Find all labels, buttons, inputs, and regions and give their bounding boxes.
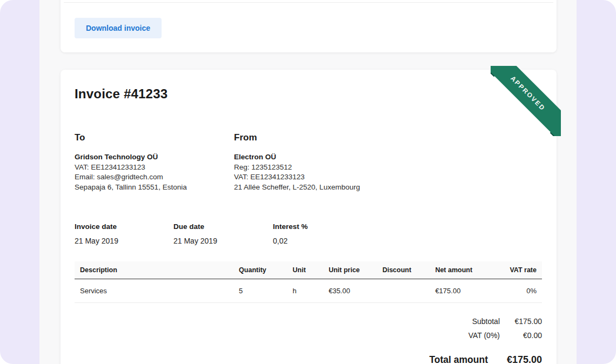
- due-date-value: 21 May 2019: [173, 237, 273, 245]
- party-from: From Electron OÜ Reg: 1235123512 VAT: EE…: [234, 132, 542, 192]
- vat-row: VAT (0%) €0.00: [75, 331, 542, 340]
- to-company-name: Gridson Technology OÜ: [75, 152, 234, 163]
- download-card: Download invoice: [61, 0, 557, 52]
- subtotal-row: Subtotal €175.00: [75, 317, 542, 326]
- invoice-date-field: Invoice date 21 May 2019: [75, 223, 173, 245]
- from-address-line: 21 Allée Scheffer, L-2520, Luxembourg: [234, 183, 542, 193]
- to-vat-line: VAT: EE12341233123: [75, 163, 234, 173]
- from-company-name: Electron OÜ: [234, 152, 542, 163]
- totals-section: Subtotal €175.00 VAT (0%) €0.00 Total am…: [75, 317, 542, 364]
- cell-quantity: 5: [233, 279, 287, 303]
- invoice-meta-section: Invoice date 21 May 2019 Due date 21 May…: [75, 223, 542, 245]
- to-email-line: Email: sales@gridtech.com: [75, 172, 234, 183]
- from-reg-line: Reg: 1235123512: [234, 163, 542, 173]
- header-description: Description: [75, 261, 233, 279]
- cell-net-amount: €175.00: [430, 279, 488, 303]
- interest-label: Interest %: [273, 223, 542, 231]
- total-amount-label: Total amount: [429, 354, 488, 364]
- cell-unit-price: €35.00: [323, 279, 377, 303]
- card-divider: [64, 2, 553, 3]
- vat-label: VAT (0%): [468, 331, 500, 340]
- cell-description: Services: [75, 279, 233, 303]
- table-row: Services 5 h €35.00 €175.00 0%: [75, 279, 542, 303]
- interest-value: 0,02: [273, 237, 542, 245]
- total-amount-value: €175.00: [488, 354, 542, 364]
- header-net-amount: Net amount: [430, 261, 488, 279]
- from-vat-line: VAT: EE12341233123: [234, 172, 542, 183]
- cell-vat-rate: 0%: [488, 279, 543, 303]
- cell-discount: [377, 279, 430, 303]
- header-quantity: Quantity: [233, 261, 287, 279]
- app-background: Download invoice APPROVED Invoice #41233…: [0, 0, 616, 364]
- party-to: To Gridson Technology OÜ VAT: EE12341233…: [75, 132, 234, 192]
- to-address-line: Sepapaja 6, Tallinn 15551, Estonia: [75, 183, 234, 193]
- invoice-title: Invoice #41233: [75, 86, 542, 102]
- header-unit: Unit: [287, 261, 324, 279]
- due-date-label: Due date: [173, 223, 273, 231]
- cell-unit: h: [287, 279, 324, 303]
- to-heading: To: [75, 132, 234, 143]
- invoice-date-label: Invoice date: [75, 223, 173, 231]
- download-invoice-button[interactable]: Download invoice: [75, 18, 162, 38]
- header-unit-price: Unit price: [323, 261, 377, 279]
- subtotal-value: €175.00: [500, 317, 542, 326]
- ribbon-fold-left: [491, 66, 500, 77]
- total-amount-row: Total amount €175.00: [75, 354, 542, 364]
- content-panel: Download invoice APPROVED Invoice #41233…: [39, 0, 577, 364]
- parties-section: To Gridson Technology OÜ VAT: EE12341233…: [75, 132, 542, 192]
- invoice-date-value: 21 May 2019: [75, 237, 173, 245]
- subtotal-label: Subtotal: [472, 317, 500, 326]
- ribbon-fold-right: [550, 127, 561, 136]
- vat-value: €0.00: [500, 331, 542, 340]
- table-header-row: Description Quantity Unit Unit price Dis…: [75, 261, 542, 279]
- interest-field: Interest % 0,02: [273, 223, 542, 245]
- header-discount: Discount: [377, 261, 430, 279]
- header-vat-rate: VAT rate: [488, 261, 543, 279]
- invoice-card: APPROVED Invoice #41233 To Gridson Techn…: [61, 70, 557, 364]
- due-date-field: Due date 21 May 2019: [173, 223, 273, 245]
- line-items-table: Description Quantity Unit Unit price Dis…: [75, 261, 542, 303]
- from-heading: From: [234, 132, 542, 143]
